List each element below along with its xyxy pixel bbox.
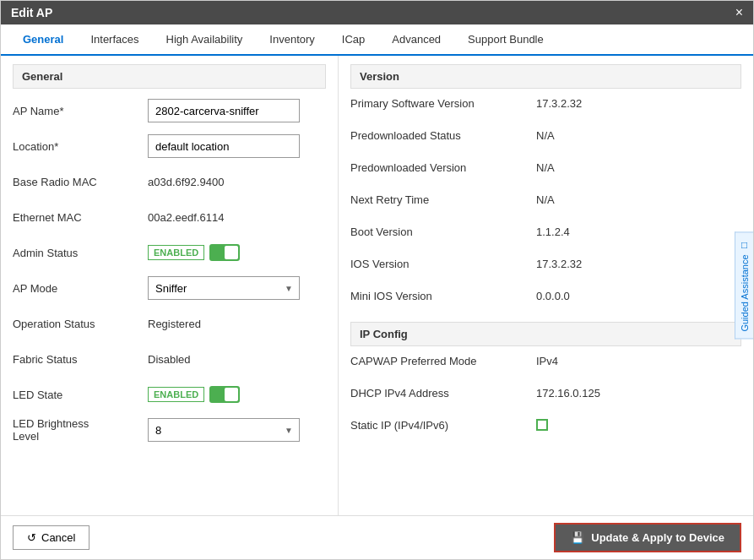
admin-status-toggle-label: ENABLED [148,245,204,260]
led-brightness-row: LED BrightnessLevel 1234 5678 ▼ [13,416,326,443]
ios-version-label: IOS Version [350,258,536,270]
predownloaded-version-row: Predownloaded Version N/A [350,161,741,185]
dhcp-value: 172.16.0.125 [536,387,600,400]
led-state-toggle[interactable]: ENABLED [148,386,240,403]
ap-mode-select-wrapper: Sniffer Local Monitor FlexConnect ▼ [148,276,300,300]
modal-title: Edit AP [11,6,52,19]
boot-version-value: 1.1.2.4 [536,226,570,238]
admin-status-label: Admin Status [13,247,148,259]
right-side-wrapper: Version Primary Software Version 17.3.2.… [339,56,753,515]
cancel-button[interactable]: ↺ Cancel [13,525,90,550]
tab-interfaces[interactable]: Interfaces [77,24,152,56]
capwap-row: CAPWAP Preferred Mode IPv4 [350,355,741,378]
right-panel: Version Primary Software Version 17.3.2.… [339,56,753,515]
next-retry-label: Next Retry Time [350,193,536,206]
tab-support-bundle[interactable]: Support Bundle [454,24,557,56]
tab-high-availability[interactable]: High Availability [153,24,257,56]
next-retry-value: N/A [536,193,555,206]
ap-mode-select[interactable]: Sniffer Local Monitor FlexConnect [148,276,300,300]
led-brightness-select-wrapper: 1234 5678 ▼ [148,418,300,442]
tab-icap[interactable]: ICap [328,24,378,56]
ap-mode-label: AP Mode [13,282,148,295]
guided-assistance-icon: □ [741,239,747,251]
ios-version-row: IOS Version 17.3.2.32 [350,258,741,281]
ethernet-mac-label: Ethernet MAC [13,211,148,224]
ethernet-mac-value: 00a2.eedf.6114 [148,211,224,224]
cancel-icon: ↺ [27,531,36,544]
ap-name-input[interactable] [148,99,300,122]
admin-status-switch[interactable] [209,244,240,261]
operation-status-row: Operation Status Registered [13,310,326,337]
fabric-status-value: Disabled [148,353,191,366]
led-state-label: LED State [13,389,148,401]
guided-assistance-label: Guided Assistance [740,254,750,331]
led-state-switch[interactable] [209,386,240,403]
admin-status-toggle[interactable]: ENABLED [148,244,240,261]
location-row: Location* [13,133,326,160]
led-brightness-label: LED BrightnessLevel [13,417,148,443]
location-label: Location* [13,140,148,153]
ethernet-mac-row: Ethernet MAC 00a2.eedf.6114 [13,204,326,231]
version-section-header: Version [350,64,741,89]
edit-ap-modal: Edit AP × General Interfaces High Availa… [0,0,754,560]
base-radio-mac-value: a03d.6f92.9400 [148,176,224,188]
led-brightness-select[interactable]: 1234 5678 [148,418,300,442]
ap-name-label: AP Name* [13,105,148,117]
primary-sw-row: Primary Software Version 17.3.2.32 [350,97,741,121]
capwap-value: IPv4 [536,355,558,367]
static-ip-row: Static IP (IPv4/IPv6) [350,419,741,443]
tab-inventory[interactable]: Inventory [256,24,328,56]
predownloaded-version-value: N/A [536,161,555,174]
predownloaded-status-row: Predownloaded Status N/A [350,129,741,153]
admin-status-row: Admin Status ENABLED [13,239,326,266]
led-state-row: LED State ENABLED [13,381,326,408]
fabric-status-label: Fabric Status [13,353,148,366]
predownloaded-status-value: N/A [536,129,555,142]
update-label: Update & Apply to Device [591,531,724,544]
ipconfig-section-header: IP Config [350,322,741,346]
predownloaded-version-label: Predownloaded Version [350,161,536,174]
location-input[interactable] [148,134,300,158]
next-retry-row: Next Retry Time N/A [350,193,741,217]
tab-general[interactable]: General [9,24,77,56]
ap-mode-row: AP Mode Sniffer Local Monitor FlexConnec… [13,275,326,302]
static-ip-value[interactable] [536,419,548,433]
update-apply-button[interactable]: 💾 Update & Apply to Device [554,523,741,552]
led-state-knob [225,388,238,401]
general-section-header: General [13,64,326,89]
base-radio-mac-row: Base Radio MAC a03d.6f92.9400 [13,168,326,195]
main-content: General AP Name* Location* Base Radio MA… [1,56,753,515]
boot-version-row: Boot Version 1.1.2.4 [350,226,741,249]
update-icon: 💾 [571,531,584,544]
led-state-toggle-label: ENABLED [148,387,204,402]
tab-bar: General Interfaces High Availability Inv… [1,24,753,56]
dhcp-label: DHCP IPv4 Address [350,387,536,400]
modal-header: Edit AP × [1,1,753,24]
cancel-label: Cancel [41,531,75,544]
ap-name-row: AP Name* [13,97,326,124]
capwap-label: CAPWAP Preferred Mode [350,355,536,367]
predownloaded-status-label: Predownloaded Status [350,129,536,142]
guided-assistance-tab[interactable]: □ Guided Assistance [735,231,753,339]
footer: ↺ Cancel 💾 Update & Apply to Device [1,515,753,559]
dhcp-row: DHCP IPv4 Address 172.16.0.125 [350,387,741,410]
close-button[interactable]: × [735,6,743,19]
left-panel: General AP Name* Location* Base Radio MA… [1,56,339,515]
tab-advanced[interactable]: Advanced [378,24,454,56]
admin-status-knob [225,246,238,259]
boot-version-label: Boot Version [350,226,536,238]
primary-sw-value: 17.3.2.32 [536,97,582,110]
mini-ios-version-label: Mini IOS Version [350,290,536,302]
operation-status-label: Operation Status [13,318,148,330]
static-ip-label: Static IP (IPv4/IPv6) [350,419,536,432]
mini-ios-version-row: Mini IOS Version 0.0.0.0 [350,290,741,313]
mini-ios-version-value: 0.0.0.0 [536,290,570,302]
static-ip-checkbox[interactable] [536,419,548,431]
primary-sw-label: Primary Software Version [350,97,536,110]
base-radio-mac-label: Base Radio MAC [13,176,148,188]
ios-version-value: 17.3.2.32 [536,258,582,270]
fabric-status-row: Fabric Status Disabled [13,345,326,372]
operation-status-value: Registered [148,318,201,330]
